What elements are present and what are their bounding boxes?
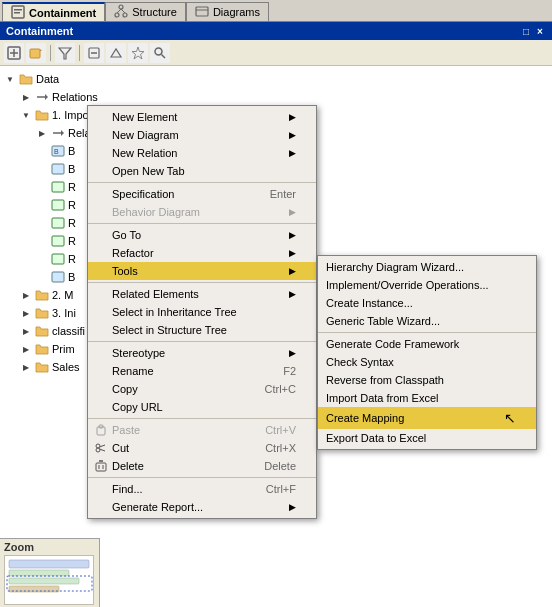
menu-select-inheritance[interactable]: Select in Inheritance Tree: [88, 303, 316, 321]
menu-delete[interactable]: Delete Delete: [88, 457, 316, 475]
menu-select-inheritance-label: Select in Inheritance Tree: [112, 306, 237, 318]
folder-icon-ini: [34, 305, 50, 321]
zoom-canvas[interactable]: [4, 555, 94, 605]
zoom-panel: Zoom: [0, 538, 100, 607]
expander-b1: [34, 143, 50, 159]
cursor-icon: ↖: [504, 410, 516, 426]
svg-line-7: [121, 9, 125, 13]
tab-containment[interactable]: Containment: [2, 2, 105, 21]
submenu-import-data-excel[interactable]: Import Data from Excel: [318, 389, 536, 407]
expander-m[interactable]: ▶: [18, 287, 34, 303]
arrow-stereotype: ▶: [289, 348, 296, 358]
expander-relations1[interactable]: ▶: [18, 89, 34, 105]
menu-generate-report[interactable]: Generate Report... ▶: [88, 498, 316, 516]
submenu-check-syntax-label: Check Syntax: [326, 356, 394, 368]
menu-new-diagram[interactable]: New Diagram ▶: [88, 126, 316, 144]
toolbar-btn-filter[interactable]: [55, 43, 75, 63]
submenu-generic-table[interactable]: Generic Table Wizard...: [318, 312, 536, 330]
submenu-create-mapping[interactable]: Create Mapping ↖: [318, 407, 536, 429]
toolbar-btn-collapse[interactable]: [84, 43, 104, 63]
tree-label-data: Data: [36, 73, 59, 85]
tree-item-data[interactable]: ▼ Data: [2, 70, 550, 88]
tree-label-sales: Sales: [52, 361, 80, 373]
menu-copy-url[interactable]: Copy URL: [88, 398, 316, 416]
toolbar-btn-star[interactable]: [128, 43, 148, 63]
expander-data[interactable]: ▼: [2, 71, 18, 87]
tree-label-r2: R: [68, 199, 76, 211]
menu-paste[interactable]: Paste Ctrl+V: [88, 421, 316, 439]
folder-icon-class: [34, 323, 50, 339]
expander-r2: [34, 197, 50, 213]
menu-open-new-tab[interactable]: Open New Tab: [88, 162, 316, 180]
menu-rename[interactable]: Rename F2: [88, 362, 316, 380]
tree-label-r5: R: [68, 253, 76, 265]
menu-sep-4: [88, 341, 316, 342]
toolbar-btn-1[interactable]: [4, 43, 24, 63]
menu-copy-url-label: Copy URL: [112, 401, 163, 413]
panel-close-btn[interactable]: ×: [534, 25, 546, 37]
svg-marker-23: [45, 94, 48, 100]
expander-ini[interactable]: ▶: [18, 305, 34, 321]
expander-imported[interactable]: ▼: [18, 107, 34, 123]
menu-refactor[interactable]: Refactor ▶: [88, 244, 316, 262]
menu-copy[interactable]: Copy Ctrl+C: [88, 380, 316, 398]
menu-sep-3: [88, 282, 316, 283]
menu-go-to[interactable]: Go To ▶: [88, 226, 316, 244]
menu-new-relation[interactable]: New Relation ▶: [88, 144, 316, 162]
submenu-create-instance[interactable]: Create Instance...: [318, 294, 536, 312]
menu-find-label: Find...: [112, 483, 143, 495]
relations-icon-1: [34, 89, 50, 105]
submenu-check-syntax[interactable]: Check Syntax: [318, 353, 536, 371]
svg-marker-25: [61, 130, 64, 136]
submenu-hierarchy-wizard[interactable]: Hierarchy Diagram Wizard...: [318, 258, 536, 276]
svg-point-4: [115, 13, 119, 17]
element-icon-r4: [50, 233, 66, 249]
tab-diagrams[interactable]: Diagrams: [186, 2, 269, 21]
menu-behavior-diagram[interactable]: Behavior Diagram ▶: [88, 203, 316, 221]
menu-find[interactable]: Find... Ctrl+F: [88, 480, 316, 498]
submenu-reverse-classpath[interactable]: Reverse from Classpath: [318, 371, 536, 389]
submenu-export-data-excel[interactable]: Export Data to Excel: [318, 429, 536, 447]
svg-point-37: [96, 444, 100, 448]
element-icon-b2: [50, 161, 66, 177]
menu-copy-shortcut: Ctrl+C: [265, 383, 296, 395]
menu-specification-label: Specification: [112, 188, 174, 200]
tab-structure[interactable]: Structure: [105, 2, 186, 21]
menu-select-structure[interactable]: Select in Structure Tree: [88, 321, 316, 339]
menu-rename-label: Rename: [112, 365, 154, 377]
toolbar-btn-expand[interactable]: [106, 43, 126, 63]
menu-related-elements[interactable]: Related Elements ▶: [88, 285, 316, 303]
tree-label-b2: B: [68, 163, 75, 175]
menu-specification[interactable]: Specification Enter: [88, 185, 316, 203]
panel-max-btn[interactable]: □: [520, 25, 532, 37]
toolbar-btn-2[interactable]: [26, 43, 46, 63]
element-icon-r5: [50, 251, 66, 267]
svg-rect-32: [52, 236, 64, 246]
menu-find-shortcut: Ctrl+F: [266, 483, 296, 495]
tree-item-relations1[interactable]: ▶ Relations: [2, 88, 550, 106]
menu-delete-shortcut: Delete: [264, 460, 296, 472]
menu-new-element[interactable]: New Element ▶: [88, 108, 316, 126]
menu-stereotype[interactable]: Stereotype ▶: [88, 344, 316, 362]
menu-generate-report-label: Generate Report...: [112, 501, 203, 513]
containment-icon: [11, 5, 25, 21]
tree-label-class: classifi: [52, 325, 85, 337]
submenu-create-mapping-label: Create Mapping: [326, 412, 404, 424]
menu-cut[interactable]: Cut Ctrl+X: [88, 439, 316, 457]
expander-relations2[interactable]: ▶: [34, 125, 50, 141]
tree-label-ini: 3. Ini: [52, 307, 76, 319]
submenu-generate-code[interactable]: Generate Code Framework: [318, 335, 536, 353]
tab-structure-label: Structure: [132, 6, 177, 18]
panel-title-bar: Containment □ ×: [0, 22, 552, 40]
menu-new-element-label: New Element: [112, 111, 177, 123]
expander-sales[interactable]: ▶: [18, 359, 34, 375]
tree-label-m: 2. M: [52, 289, 73, 301]
submenu-implement-override[interactable]: Implement/Override Operations...: [318, 276, 536, 294]
expander-class[interactable]: ▶: [18, 323, 34, 339]
menu-tools[interactable]: Tools ▶: [88, 262, 316, 280]
tree-label-prim: Prim: [52, 343, 75, 355]
expander-prim[interactable]: ▶: [18, 341, 34, 357]
tab-diagrams-label: Diagrams: [213, 6, 260, 18]
toolbar-btn-search[interactable]: [150, 43, 170, 63]
svg-rect-46: [9, 560, 89, 568]
